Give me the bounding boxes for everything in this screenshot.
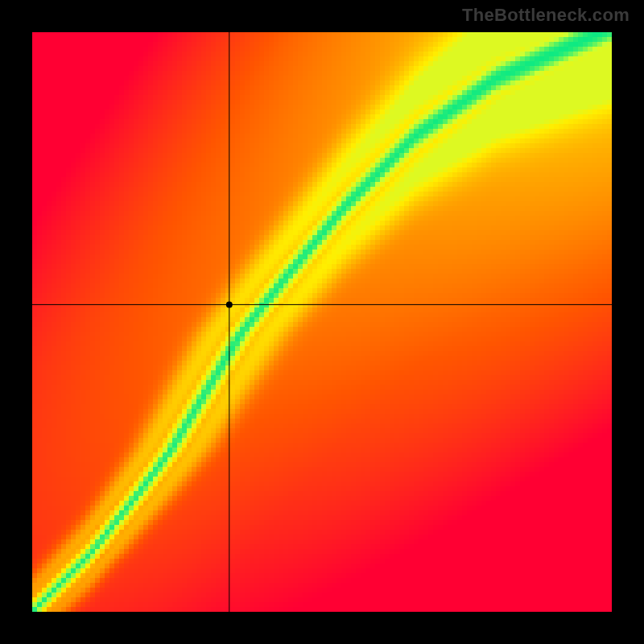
watermark-text: TheBottleneck.com xyxy=(462,5,630,26)
chart-frame: TheBottleneck.com xyxy=(0,0,644,644)
plot-area xyxy=(32,32,612,612)
heatmap-canvas xyxy=(32,32,612,612)
